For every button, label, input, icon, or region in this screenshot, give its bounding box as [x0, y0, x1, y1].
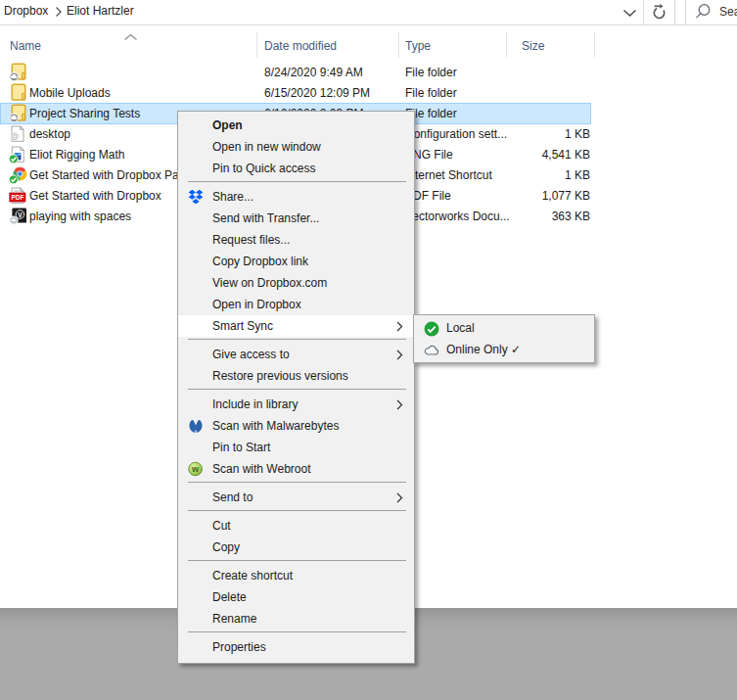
svg-text:V: V [18, 211, 23, 218]
svg-text:w: w [191, 464, 200, 474]
svg-text:PDF: PDF [12, 194, 24, 201]
